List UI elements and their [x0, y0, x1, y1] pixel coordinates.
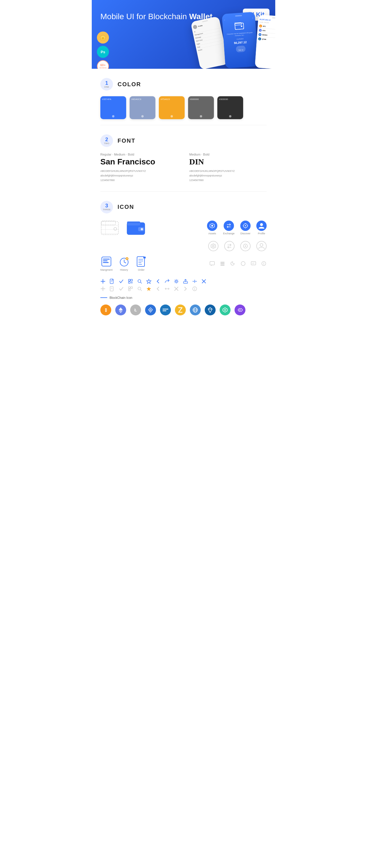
profile-outline-svg [256, 241, 266, 251]
doc-icon [110, 279, 115, 284]
qr-icon-gray [128, 286, 133, 291]
check-icon-gray [119, 286, 124, 291]
swatch-blue: #3574FA [101, 96, 126, 119]
ps-badge: Ps [97, 46, 109, 58]
color-section-header: 1 ONE COLOR [101, 69, 266, 96]
icon-discover-filled: Discover [240, 221, 251, 235]
svg-rect-15 [127, 221, 140, 225]
svg-line-105 [179, 308, 182, 312]
profile-filled-svg [256, 221, 266, 231]
hero-section: Mobile UI for Blockchain Wallet UI Kit P… [92, 0, 275, 69]
svg-rect-52 [143, 257, 146, 258]
swatch-dark: #303030 [217, 96, 243, 119]
font2-lowercase: abcdefghijklmnopqrstuvwxyz [189, 173, 266, 178]
section-num-1: 1 ONE [101, 78, 113, 91]
litecoin-icon: Ł [130, 305, 141, 315]
search-icon-gray [137, 286, 142, 291]
icon-management: Mangment [101, 256, 113, 271]
font1-uppercase: ABCDEFGHIJKLMNOPQRSTUVWXYZ [101, 169, 178, 173]
svg-line-77 [140, 282, 142, 283]
stack-icon [220, 261, 225, 267]
polygon-icon [234, 305, 246, 315]
icon-section-title: ICON [117, 204, 134, 210]
svg-marker-111 [208, 307, 212, 313]
svg-rect-55 [221, 263, 225, 264]
color-swatches: #3574FA #8DA0C8 #F5A623 #666666 #303 [101, 96, 266, 125]
zcash-icon [175, 305, 186, 315]
wallet-filled-svg [126, 219, 146, 236]
font-san-francisco: Regular · Medium · Bold San Francisco AB… [101, 153, 178, 183]
message-icon [251, 261, 256, 267]
ardor-icon [205, 305, 216, 315]
svg-rect-89 [129, 287, 130, 288]
dash-icon [160, 305, 171, 315]
svg-point-30 [260, 223, 263, 226]
split-icon [192, 279, 197, 284]
svg-rect-39 [102, 257, 111, 266]
discover-outline-svg [240, 241, 251, 251]
chat-icon [209, 261, 215, 267]
exchange-filled-svg [224, 221, 234, 231]
svg-point-33 [225, 241, 234, 251]
font2-uppercase: ABCDEFGHIJKLMNOPQRSTUVWXYZ [189, 169, 266, 173]
utility-icons-row [101, 276, 266, 285]
svg-rect-6 [101, 221, 118, 235]
icon-profile-outline [256, 241, 266, 251]
section-num-2: 2 TWO [101, 134, 113, 147]
font-section: Regular · Medium · Bold San Francisco AB… [101, 153, 266, 191]
font-section-header: 2 TWO FONT [101, 125, 266, 153]
svg-rect-90 [131, 287, 133, 288]
history-svg [118, 256, 130, 267]
chevron-left-icon-gray [156, 286, 161, 291]
star-icon [146, 279, 151, 284]
plus-icon [101, 279, 106, 284]
icon-profile-filled: Profile [256, 221, 266, 235]
svg-rect-72 [131, 282, 132, 282]
icon-exchange-outline [224, 241, 234, 251]
svg-point-31 [208, 241, 218, 251]
chevron-left-icon [156, 279, 161, 284]
svg-point-17 [141, 228, 143, 230]
icon-discover-outline [240, 241, 251, 251]
icon-section-header: 3 THREE ICON [101, 192, 266, 219]
swatch-orange: #F5A623 [159, 96, 185, 119]
font2-style: Medium · Bold [189, 153, 266, 156]
svg-marker-94 [146, 287, 151, 291]
svg-rect-42 [103, 262, 109, 263]
icon-history: History [118, 256, 130, 271]
font-section-title: FONT [117, 137, 135, 144]
svg-rect-53 [210, 261, 215, 265]
svg-point-24 [245, 225, 246, 226]
blockchain-text: BlockChain Icon [110, 296, 133, 299]
profile-label: Profile [258, 232, 265, 235]
icon-assets-outline [208, 241, 219, 251]
icon-row-actions: Mangment History Order [101, 256, 266, 271]
svg-marker-78 [146, 279, 151, 284]
svg-point-20 [211, 225, 213, 226]
blockchain-icon-label: BlockChain Icon [101, 296, 266, 299]
icon-wallet-filled [126, 219, 146, 236]
svg-rect-74 [131, 283, 132, 283]
svg-marker-114 [224, 309, 226, 311]
utility-icons-outline-row [101, 285, 266, 296]
font1-style: Regular · Medium · Bold [101, 153, 178, 156]
icon-row-wallet: Assets Exchange Discover [101, 219, 266, 236]
svg-rect-91 [129, 289, 130, 291]
bitcoin-icon: ₿ [101, 305, 111, 315]
exchange-label: Exchange [223, 232, 234, 235]
svg-rect-71 [129, 282, 130, 283]
svg-point-57 [241, 261, 245, 266]
svg-point-21 [224, 221, 234, 231]
settings-icon [174, 279, 179, 284]
svg-marker-102 [119, 311, 123, 313]
svg-point-100 [194, 288, 195, 288]
svg-rect-75 [132, 283, 133, 283]
star-icon-filled [146, 286, 151, 291]
svg-rect-41 [103, 260, 108, 261]
swatch-gray: #666666 [188, 96, 214, 119]
font1-name: San Francisco [101, 157, 178, 166]
info-icon [261, 261, 266, 267]
close-icon [201, 279, 206, 284]
assets-filled-svg [207, 221, 217, 231]
discover-label: Discover [240, 232, 250, 235]
